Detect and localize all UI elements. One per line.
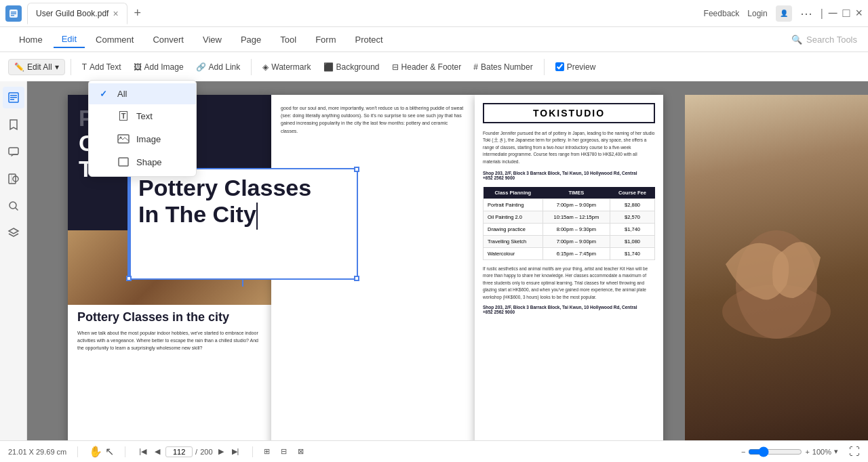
prev-page-button[interactable]: ◀ <box>152 446 163 457</box>
feedback-button[interactable]: Feedback <box>704 9 740 18</box>
sidebar-item-comments[interactable] <box>3 141 24 163</box>
svg-rect-16 <box>119 158 128 166</box>
left-handle <box>129 169 131 278</box>
bottom-handle[interactable] <box>242 280 243 287</box>
sidebar-item-bookmarks[interactable] <box>3 114 24 135</box>
login-button[interactable]: Login <box>747 9 767 18</box>
statusbar-sep-3 <box>252 446 253 457</box>
edit-line2: In The City <box>138 201 256 227</box>
table-cell-fee: $2,570 <box>610 211 655 223</box>
header-footer-label: Header & Footer <box>401 62 462 72</box>
background-button[interactable]: ⬛ Background <box>318 60 385 75</box>
add-image-label: Add Image <box>144 62 184 72</box>
text-icon: T <box>119 111 128 121</box>
select-tool-icon[interactable]: ↖ <box>105 445 114 458</box>
dropdown-item-image[interactable]: Image <box>89 127 196 150</box>
active-tab[interactable]: User Guild Book.pdf × <box>27 3 127 24</box>
table-cell-fee: $2,880 <box>610 198 655 211</box>
edit-all-button[interactable]: ✏️ Edit All ▾ <box>8 59 65 75</box>
tab-label: User Guild Book.pdf <box>36 9 108 18</box>
zoom-out-icon[interactable]: − <box>741 448 745 456</box>
watermark-button[interactable]: ◈ Watermark <box>257 60 316 75</box>
preview-button[interactable]: Preview <box>550 60 601 75</box>
dropdown-label-shape: Shape <box>136 157 162 167</box>
header-footer-button[interactable]: ⊟ Header & Footer <box>387 60 467 75</box>
titlebar: User Guild Book.pdf × + Feedback Login 👤… <box>0 0 868 27</box>
zoom-dropdown-icon[interactable]: ▾ <box>834 447 838 456</box>
window-separator: | <box>821 7 823 20</box>
studio-desc: Founder Jennifer pursued the art of pott… <box>483 130 655 165</box>
table-cell-class: Travelling Sketch <box>484 235 543 247</box>
tab-home[interactable]: Home <box>11 32 51 47</box>
page-number-input[interactable] <box>165 446 193 457</box>
dropdown-item-text[interactable]: T Text <box>89 104 196 127</box>
text-edit-overlay[interactable]: Pottery Classes In The City <box>127 168 358 280</box>
table-row: Portrait Painting 7:00pm – 9:00pm $2,880 <box>484 198 655 211</box>
user-icon[interactable]: 👤 <box>776 5 792 22</box>
zoom-in-icon[interactable]: + <box>805 448 809 456</box>
search-tools[interactable]: 🔍 Search Tools <box>791 35 857 45</box>
last-page-button[interactable]: ▶| <box>229 446 242 457</box>
tab-convert[interactable]: Convert <box>144 32 192 47</box>
studio-address2: Shop 203, 2/F, Block 3 Barrack Block, Ta… <box>483 305 655 314</box>
pdf-middle-body: good for our soul and, more importantly,… <box>281 104 465 135</box>
edit-text[interactable]: Pottery Classes In The City <box>138 175 347 230</box>
check-icon: ✓ <box>100 89 111 99</box>
fullscreen-icon[interactable]: ⛶ <box>849 446 860 458</box>
dropdown-label-image: Image <box>136 134 161 144</box>
studio-logo: TOKISTUDIO <box>483 103 655 123</box>
sidebar-item-search[interactable] <box>3 195 24 217</box>
watermark-icon: ◈ <box>262 62 269 72</box>
tab-close-icon[interactable]: × <box>113 8 118 19</box>
next-page-button[interactable]: ▶ <box>216 446 226 457</box>
sidebar-item-layers[interactable] <box>3 222 24 244</box>
text-cursor <box>256 203 258 230</box>
dropdown-item-all[interactable]: ✓ All <box>89 83 196 104</box>
first-page-button[interactable]: |◀ <box>136 446 149 457</box>
table-cell-time: 10:15am – 12:15pm <box>542 211 610 223</box>
close-icon[interactable]: × <box>855 6 863 20</box>
minimize-icon[interactable]: ─ <box>829 6 837 20</box>
sidebar-item-pages[interactable] <box>3 87 24 108</box>
table-row: Drawing practice 8:00pm – 9:30pm $1,740 <box>484 223 655 235</box>
tab-edit[interactable]: Edit <box>54 31 85 48</box>
corner-handle-tr[interactable] <box>354 167 359 172</box>
add-text-button[interactable]: T Add Text <box>77 60 127 75</box>
statusbar-sep-1 <box>77 446 78 457</box>
tab-page[interactable]: Page <box>233 32 269 47</box>
fit-page-icon[interactable]: ⊠ <box>298 447 304 456</box>
zoom-controls: − + 100% ▾ <box>741 446 838 457</box>
bates-number-label: Bates Number <box>481 62 533 72</box>
sidebar-item-attachments[interactable] <box>3 168 24 190</box>
add-image-button[interactable]: 🖼 Add Image <box>128 60 189 75</box>
table-row: Oil Painting 2.0 10:15am – 12:15pm $2,57… <box>484 211 655 223</box>
dropdown-item-shape[interactable]: Shape <box>89 150 196 173</box>
corner-handle-bl[interactable] <box>126 276 132 281</box>
tab-view[interactable]: View <box>195 32 230 47</box>
tab-form[interactable]: Form <box>307 32 344 47</box>
maximize-icon[interactable]: □ <box>843 6 850 20</box>
hand-tool-icon[interactable]: ✋ <box>89 445 102 458</box>
preview-checkbox[interactable] <box>555 62 564 71</box>
page-size-icon[interactable]: ⊞ <box>264 447 270 456</box>
add-link-icon: 🔗 <box>196 62 206 72</box>
more-options-icon[interactable]: ⋯ <box>800 6 812 21</box>
studio-address: Shop 203, 2/F, Block 3 Barrack Block, Ta… <box>483 171 655 180</box>
dropdown-label-text: Text <box>136 111 153 121</box>
watermark-label: Watermark <box>271 62 311 72</box>
grid-view-icon[interactable]: ⊟ <box>281 447 287 456</box>
table-cell-time: 8:00pm – 9:30pm <box>542 223 610 235</box>
tab-protect[interactable]: Protect <box>347 32 391 47</box>
tab-tool[interactable]: Tool <box>272 32 304 47</box>
corner-handle-br[interactable] <box>354 276 359 281</box>
add-text-label: Add Text <box>90 62 121 72</box>
svg-rect-8 <box>9 148 18 154</box>
bates-number-button[interactable]: # Bates Number <box>468 60 538 75</box>
svg-rect-7 <box>10 99 14 100</box>
statusbar-sep-2 <box>125 446 125 457</box>
add-link-button[interactable]: 🔗 Add Link <box>191 60 246 75</box>
zoom-slider[interactable] <box>748 446 802 457</box>
dropdown-menu: ✓ All T Text Image Shape <box>88 80 197 177</box>
tab-comment[interactable]: Comment <box>87 32 142 47</box>
tab-add-icon[interactable]: + <box>130 5 146 22</box>
